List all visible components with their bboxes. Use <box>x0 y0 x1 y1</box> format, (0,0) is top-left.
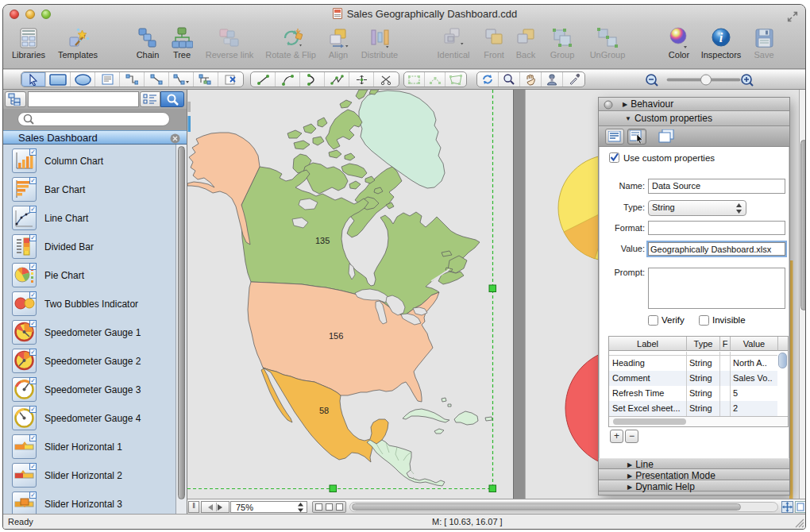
svg-text:58: 58 <box>319 406 329 415</box>
svg-text:156: 156 <box>329 331 343 341</box>
svg-text:i: i <box>719 31 723 44</box>
svg-text:135: 135 <box>315 236 330 245</box>
